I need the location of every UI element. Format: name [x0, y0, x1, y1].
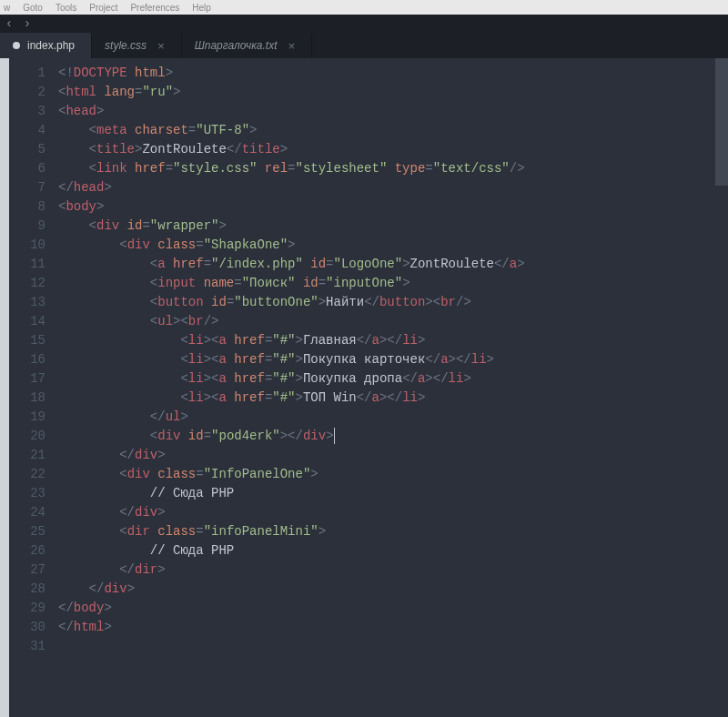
code-line[interactable]: <body> — [58, 197, 728, 217]
menu-item[interactable]: Goto — [23, 3, 43, 13]
toolbar: ‹ › — [0, 15, 728, 33]
code-line[interactable]: <div class="InfoPanelOne"> — [58, 465, 728, 484]
menu-item[interactable]: Preferences — [130, 3, 179, 13]
code-line[interactable]: <html lang="ru"> — [58, 83, 728, 102]
code-line[interactable]: </div> — [58, 580, 728, 599]
code-line[interactable]: <div id="pod4erk"></div> — [58, 427, 728, 446]
line-number: 23 — [9, 484, 46, 503]
code-line[interactable]: <button id="buttonOne">Найти</button><br… — [58, 293, 728, 312]
menu-item[interactable]: Help — [192, 3, 211, 13]
close-icon[interactable]: × — [157, 39, 165, 53]
code-line[interactable]: </dir> — [58, 560, 728, 580]
line-number: 20 — [9, 427, 46, 446]
text-cursor — [334, 428, 335, 444]
line-number: 13 — [9, 293, 46, 312]
code-line[interactable]: // Сюда PHP — [58, 484, 728, 503]
code-line[interactable]: <dir class="infoPanelMini"> — [58, 522, 728, 541]
tab-label: index.php — [27, 39, 75, 52]
code-line[interactable]: <li><a href="#">Покупка карточек</a></li… — [58, 350, 728, 369]
nav-left-icon[interactable]: ‹ — [0, 15, 18, 33]
line-number: 4 — [9, 121, 46, 140]
code-line[interactable]: <div class="ShapkaOne"> — [58, 236, 728, 255]
code-line[interactable]: <li><a href="#">Покупка дропа</a></li> — [58, 369, 728, 389]
line-number: 28 — [9, 580, 46, 599]
file-tab[interactable]: Шпаргалочка.txt× — [182, 33, 312, 58]
line-number: 18 — [9, 389, 46, 408]
line-number: 27 — [9, 560, 46, 580]
line-number: 16 — [9, 350, 46, 369]
code-line[interactable]: </head> — [58, 178, 728, 197]
line-number: 15 — [9, 331, 46, 350]
code-line[interactable] — [58, 637, 728, 656]
scrollbar-vertical[interactable] — [715, 58, 728, 717]
line-number: 14 — [9, 312, 46, 331]
code-line[interactable]: <head> — [58, 102, 728, 121]
code-line[interactable]: <li><a href="#">Главная</a></li> — [58, 331, 728, 350]
unsaved-dot-icon — [13, 42, 20, 49]
code-line[interactable]: // Сюда PHP — [58, 541, 728, 560]
line-number: 19 — [9, 408, 46, 427]
code-line[interactable]: <ul><br/> — [58, 312, 728, 331]
code-line[interactable]: <meta charset="UTF-8"> — [58, 121, 728, 140]
file-tab[interactable]: index.php — [0, 33, 92, 58]
menu-item[interactable]: Tools — [56, 3, 76, 13]
tab-bar: index.phpstyle.css×Шпаргалочка.txt× — [0, 33, 728, 58]
line-number: 8 — [9, 197, 46, 217]
code-area[interactable]: <!DOCTYPE html><html lang="ru"><head> <m… — [55, 58, 728, 717]
left-margin — [0, 58, 9, 717]
line-number: 17 — [9, 369, 46, 389]
line-number: 25 — [9, 522, 46, 541]
code-line[interactable]: <div id="wrapper"> — [58, 217, 728, 236]
scrollbar-thumb[interactable] — [715, 58, 728, 186]
app-root: wGotoToolsProjectPreferencesHelp ‹ › ind… — [0, 0, 728, 717]
tab-label: Шпаргалочка.txt — [195, 39, 278, 52]
line-number: 30 — [9, 618, 46, 637]
line-number: 29 — [9, 599, 46, 618]
code-line[interactable]: <title>ZontRoulete</title> — [58, 140, 728, 159]
line-number: 3 — [9, 102, 46, 121]
line-number: 24 — [9, 503, 46, 522]
editor: 1234567891011121314151617181920212223242… — [0, 58, 728, 717]
close-icon[interactable]: × — [288, 39, 296, 53]
nav-right-icon[interactable]: › — [18, 15, 36, 33]
line-number: 7 — [9, 178, 46, 197]
code-line[interactable]: </ul> — [58, 408, 728, 427]
file-tab[interactable]: style.css× — [92, 33, 182, 58]
menu-item[interactable]: w — [4, 3, 10, 13]
line-gutter: 1234567891011121314151617181920212223242… — [9, 58, 55, 717]
menu-item[interactable]: Project — [89, 3, 117, 13]
code-line[interactable]: <a href="/index.php" id="LogoOne">ZontRo… — [58, 255, 728, 274]
code-line[interactable]: </body> — [58, 599, 728, 618]
code-line[interactable]: </div> — [58, 503, 728, 522]
line-number: 5 — [9, 140, 46, 159]
line-number: 1 — [9, 64, 46, 83]
tab-label: style.css — [105, 39, 147, 52]
line-number: 9 — [9, 217, 46, 236]
line-number: 31 — [9, 637, 46, 656]
line-number: 21 — [9, 446, 46, 465]
menu-bar: wGotoToolsProjectPreferencesHelp — [0, 0, 728, 15]
line-number: 26 — [9, 541, 46, 560]
line-number: 11 — [9, 255, 46, 274]
code-line[interactable]: <input name="Поиск" id="inputOne"> — [58, 274, 728, 293]
line-number: 2 — [9, 83, 46, 102]
code-line[interactable]: </div> — [58, 446, 728, 465]
line-number: 6 — [9, 159, 46, 178]
code-line[interactable]: <link href="style.css" rel="stylesheet" … — [58, 159, 728, 178]
line-number: 10 — [9, 236, 46, 255]
line-number: 22 — [9, 465, 46, 484]
code-line[interactable]: <li><a href="#">ТОП Win</a></li> — [58, 389, 728, 408]
code-line[interactable]: <!DOCTYPE html> — [58, 64, 728, 83]
line-number: 12 — [9, 274, 46, 293]
code-line[interactable]: </html> — [58, 618, 728, 637]
